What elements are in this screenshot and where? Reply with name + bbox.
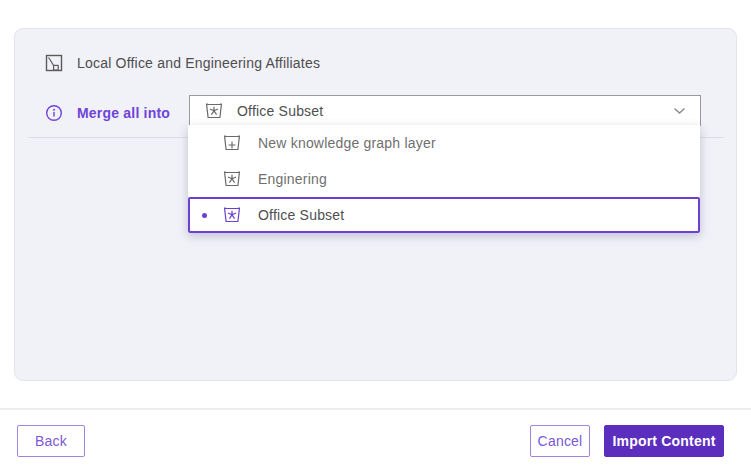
dropdown-option-office-subset[interactable]: Office Subset bbox=[188, 197, 700, 233]
knowledge-graph-layer-icon bbox=[222, 170, 242, 188]
back-button[interactable]: Back bbox=[17, 425, 85, 457]
chevron-down-icon bbox=[673, 107, 686, 115]
select-value: Office Subset bbox=[237, 103, 660, 119]
merge-label: Merge all into bbox=[77, 105, 170, 121]
dropdown-option-label: New knowledge graph layer bbox=[258, 135, 436, 151]
footer-divider bbox=[0, 408, 751, 410]
chart-square-icon bbox=[45, 54, 63, 72]
import-dialog: Local Office and Engineering Affiliates … bbox=[0, 0, 751, 470]
info-circle-icon bbox=[45, 104, 63, 122]
merge-target-select[interactable]: Office Subset bbox=[189, 95, 701, 126]
dataset-row: Local Office and Engineering Affiliates bbox=[45, 53, 320, 73]
import-content-button[interactable]: Import Content bbox=[604, 425, 724, 457]
merge-row: Merge all into bbox=[45, 103, 170, 123]
knowledge-graph-layer-icon bbox=[204, 102, 224, 120]
dropdown-option-enginering[interactable]: Enginering bbox=[188, 161, 700, 197]
dropdown-option-new-layer[interactable]: New knowledge graph layer bbox=[188, 125, 700, 161]
cancel-button[interactable]: Cancel bbox=[530, 425, 590, 457]
dropdown-option-label: Office Subset bbox=[258, 207, 344, 223]
merge-target-dropdown: New knowledge graph layer Enginering bbox=[188, 125, 700, 233]
dataset-label: Local Office and Engineering Affiliates bbox=[77, 55, 320, 71]
dropdown-option-label: Enginering bbox=[258, 171, 327, 187]
selected-bullet-icon bbox=[202, 213, 207, 218]
new-knowledge-graph-layer-icon bbox=[222, 134, 242, 152]
knowledge-graph-layer-icon bbox=[222, 206, 242, 224]
